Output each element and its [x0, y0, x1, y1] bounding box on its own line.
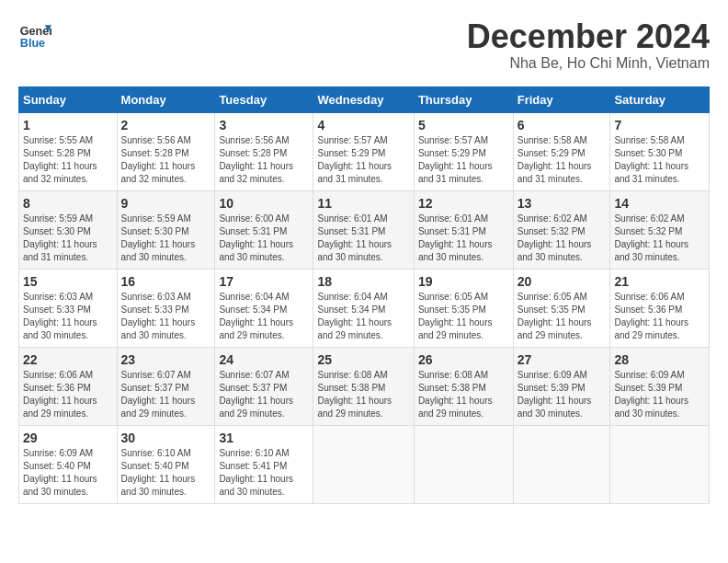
day-number: 1 [23, 118, 113, 132]
day-info: Sunrise: 6:10 AM Sunset: 5:40 PM Dayligh… [121, 447, 211, 499]
day-number: 3 [219, 118, 309, 132]
calendar-cell: 10Sunrise: 6:00 AM Sunset: 5:31 PM Dayli… [215, 190, 313, 269]
day-header-saturday: Saturday [610, 86, 710, 112]
day-number: 13 [518, 196, 607, 211]
day-number: 30 [121, 431, 211, 445]
day-info: Sunrise: 6:07 AM Sunset: 5:37 PM Dayligh… [121, 369, 211, 420]
day-info: Sunrise: 5:58 AM Sunset: 5:29 PM Dayligh… [518, 134, 607, 186]
day-number: 16 [121, 274, 211, 289]
day-number: 6 [518, 118, 607, 132]
calendar-cell: 30Sunrise: 6:10 AM Sunset: 5:40 PM Dayli… [117, 425, 215, 503]
day-info: Sunrise: 6:08 AM Sunset: 5:38 PM Dayligh… [418, 369, 509, 420]
calendar-cell: 19Sunrise: 6:05 AM Sunset: 5:35 PM Dayli… [414, 269, 513, 347]
day-number: 21 [614, 274, 705, 289]
calendar-cell: 16Sunrise: 6:03 AM Sunset: 5:33 PM Dayli… [117, 269, 215, 347]
calendar-cell: 3Sunrise: 5:56 AM Sunset: 5:28 PM Daylig… [215, 112, 313, 190]
day-number: 5 [418, 118, 509, 132]
calendar-cell: 22Sunrise: 6:06 AM Sunset: 5:36 PM Dayli… [19, 347, 118, 425]
calendar-cell: 17Sunrise: 6:04 AM Sunset: 5:34 PM Dayli… [215, 269, 313, 347]
day-info: Sunrise: 5:58 AM Sunset: 5:30 PM Dayligh… [614, 134, 705, 186]
calendar-cell: 25Sunrise: 6:08 AM Sunset: 5:38 PM Dayli… [313, 347, 414, 425]
day-info: Sunrise: 6:10 AM Sunset: 5:41 PM Dayligh… [219, 447, 309, 499]
day-info: Sunrise: 5:59 AM Sunset: 5:30 PM Dayligh… [121, 213, 211, 264]
calendar-cell [414, 425, 513, 503]
calendar-cell: 2Sunrise: 5:56 AM Sunset: 5:28 PM Daylig… [117, 112, 215, 190]
day-header-friday: Friday [513, 86, 610, 112]
calendar-cell: 6Sunrise: 5:58 AM Sunset: 5:29 PM Daylig… [513, 112, 610, 190]
day-info: Sunrise: 6:08 AM Sunset: 5:38 PM Dayligh… [317, 369, 409, 420]
week-row-3: 15Sunrise: 6:03 AM Sunset: 5:33 PM Dayli… [19, 269, 710, 347]
day-header-thursday: Thursday [414, 86, 513, 112]
header: General Blue December 2024 Nha Be, Ho Ch… [18, 18, 710, 72]
day-info: Sunrise: 6:06 AM Sunset: 5:36 PM Dayligh… [23, 369, 113, 420]
day-number: 27 [518, 352, 607, 367]
day-number: 25 [317, 352, 409, 367]
calendar-title: December 2024 [467, 18, 710, 55]
calendar-cell: 28Sunrise: 6:09 AM Sunset: 5:39 PM Dayli… [610, 347, 710, 425]
calendar-cell: 29Sunrise: 6:09 AM Sunset: 5:40 PM Dayli… [19, 425, 118, 503]
day-number: 31 [219, 431, 309, 445]
day-info: Sunrise: 6:03 AM Sunset: 5:33 PM Dayligh… [121, 291, 211, 342]
week-row-2: 8Sunrise: 5:59 AM Sunset: 5:30 PM Daylig… [19, 190, 710, 269]
calendar-cell: 5Sunrise: 5:57 AM Sunset: 5:29 PM Daylig… [414, 112, 513, 190]
day-number: 14 [614, 196, 705, 211]
day-info: Sunrise: 5:57 AM Sunset: 5:29 PM Dayligh… [418, 134, 509, 186]
day-number: 18 [317, 274, 409, 289]
title-block: December 2024 Nha Be, Ho Chi Minh, Vietn… [467, 18, 710, 72]
day-info: Sunrise: 6:02 AM Sunset: 5:32 PM Dayligh… [518, 213, 607, 264]
day-number: 23 [121, 352, 211, 367]
week-row-5: 29Sunrise: 6:09 AM Sunset: 5:40 PM Dayli… [19, 425, 710, 503]
days-header-row: SundayMondayTuesdayWednesdayThursdayFrid… [19, 86, 710, 112]
day-number: 28 [614, 352, 705, 367]
calendar-cell: 31Sunrise: 6:10 AM Sunset: 5:41 PM Dayli… [215, 425, 313, 503]
day-number: 29 [23, 431, 113, 445]
calendar-cell: 24Sunrise: 6:07 AM Sunset: 5:37 PM Dayli… [215, 347, 313, 425]
day-number: 20 [518, 274, 607, 289]
day-info: Sunrise: 6:01 AM Sunset: 5:31 PM Dayligh… [418, 213, 509, 264]
day-info: Sunrise: 6:05 AM Sunset: 5:35 PM Dayligh… [418, 291, 509, 342]
calendar-cell: 18Sunrise: 6:04 AM Sunset: 5:34 PM Dayli… [313, 269, 414, 347]
calendar-cell: 9Sunrise: 5:59 AM Sunset: 5:30 PM Daylig… [117, 190, 215, 269]
day-info: Sunrise: 6:09 AM Sunset: 5:40 PM Dayligh… [23, 447, 113, 499]
day-info: Sunrise: 6:05 AM Sunset: 5:35 PM Dayligh… [518, 291, 607, 342]
calendar-cell: 12Sunrise: 6:01 AM Sunset: 5:31 PM Dayli… [414, 190, 513, 269]
day-number: 10 [219, 196, 309, 211]
calendar-table: SundayMondayTuesdayWednesdayThursdayFrid… [18, 86, 710, 504]
day-number: 22 [23, 352, 113, 367]
day-number: 17 [219, 274, 309, 289]
day-info: Sunrise: 6:07 AM Sunset: 5:37 PM Dayligh… [219, 369, 309, 420]
day-number: 9 [121, 196, 211, 211]
calendar-subtitle: Nha Be, Ho Chi Minh, Vietnam [467, 55, 710, 72]
day-number: 8 [23, 196, 113, 211]
day-info: Sunrise: 6:00 AM Sunset: 5:31 PM Dayligh… [219, 213, 309, 264]
day-number: 7 [614, 118, 705, 132]
calendar-cell: 23Sunrise: 6:07 AM Sunset: 5:37 PM Dayli… [117, 347, 215, 425]
logo: General Blue [18, 18, 51, 52]
calendar-cell [610, 425, 710, 503]
day-info: Sunrise: 6:04 AM Sunset: 5:34 PM Dayligh… [317, 291, 409, 342]
calendar-cell: 21Sunrise: 6:06 AM Sunset: 5:36 PM Dayli… [610, 269, 710, 347]
day-number: 11 [317, 196, 409, 211]
calendar-cell: 15Sunrise: 6:03 AM Sunset: 5:33 PM Dayli… [19, 269, 118, 347]
calendar-cell: 4Sunrise: 5:57 AM Sunset: 5:29 PM Daylig… [313, 112, 414, 190]
day-info: Sunrise: 6:06 AM Sunset: 5:36 PM Dayligh… [614, 291, 705, 342]
day-info: Sunrise: 5:59 AM Sunset: 5:30 PM Dayligh… [23, 213, 113, 264]
week-row-4: 22Sunrise: 6:06 AM Sunset: 5:36 PM Dayli… [19, 347, 710, 425]
day-header-wednesday: Wednesday [313, 86, 414, 112]
calendar-cell [313, 425, 414, 503]
week-row-1: 1Sunrise: 5:55 AM Sunset: 5:28 PM Daylig… [19, 112, 710, 190]
day-info: Sunrise: 6:02 AM Sunset: 5:32 PM Dayligh… [614, 213, 705, 264]
day-number: 12 [418, 196, 509, 211]
day-header-tuesday: Tuesday [215, 86, 313, 112]
day-number: 15 [23, 274, 113, 289]
day-number: 2 [121, 118, 211, 132]
day-number: 19 [418, 274, 509, 289]
calendar-cell: 20Sunrise: 6:05 AM Sunset: 5:35 PM Dayli… [513, 269, 610, 347]
calendar-cell: 27Sunrise: 6:09 AM Sunset: 5:39 PM Dayli… [513, 347, 610, 425]
calendar-cell: 11Sunrise: 6:01 AM Sunset: 5:31 PM Dayli… [313, 190, 414, 269]
day-header-monday: Monday [117, 86, 215, 112]
day-number: 4 [317, 118, 409, 132]
day-info: Sunrise: 5:57 AM Sunset: 5:29 PM Dayligh… [317, 134, 409, 186]
logo-icon: General Blue [18, 18, 51, 52]
calendar-cell: 26Sunrise: 6:08 AM Sunset: 5:38 PM Dayli… [414, 347, 513, 425]
